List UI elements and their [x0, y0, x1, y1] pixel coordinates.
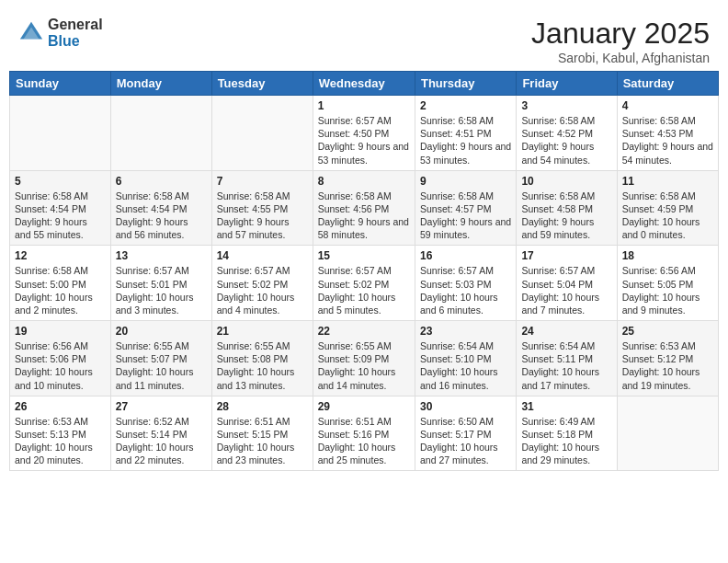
calendar-cell: 1Sunrise: 6:57 AM Sunset: 4:50 PM Daylig…: [313, 96, 415, 171]
day-info: Sunrise: 6:54 AM Sunset: 5:11 PM Dayligh…: [521, 339, 611, 392]
day-info: Sunrise: 6:58 AM Sunset: 4:56 PM Dayligh…: [318, 190, 410, 242]
day-info: Sunrise: 6:51 AM Sunset: 5:16 PM Dayligh…: [318, 415, 410, 467]
day-info: Sunrise: 6:53 AM Sunset: 5:13 PM Dayligh…: [15, 415, 106, 467]
calendar-cell: [211, 96, 313, 171]
weekday-header-tuesday: Tuesday: [211, 72, 313, 96]
day-info: Sunrise: 6:58 AM Sunset: 4:51 PM Dayligh…: [420, 114, 511, 167]
day-info: Sunrise: 6:58 AM Sunset: 4:52 PM Dayligh…: [521, 114, 611, 167]
calendar-week-row: 12Sunrise: 6:58 AM Sunset: 5:00 PM Dayli…: [10, 246, 719, 321]
weekday-header-wednesday: Wednesday: [313, 72, 415, 96]
logo-icon: [18, 20, 44, 46]
day-number: 17: [521, 249, 611, 262]
calendar-cell: 18Sunrise: 6:56 AM Sunset: 5:05 PM Dayli…: [617, 246, 718, 321]
day-number: 2: [420, 99, 511, 112]
weekday-header-thursday: Thursday: [415, 72, 516, 96]
day-info: Sunrise: 6:54 AM Sunset: 5:10 PM Dayligh…: [420, 339, 511, 392]
day-info: Sunrise: 6:57 AM Sunset: 5:04 PM Dayligh…: [521, 264, 611, 316]
day-info: Sunrise: 6:58 AM Sunset: 4:54 PM Dayligh…: [15, 190, 106, 242]
calendar-cell: 4Sunrise: 6:58 AM Sunset: 4:53 PM Daylig…: [617, 96, 718, 171]
day-number: 22: [318, 325, 410, 338]
calendar-cell: 25Sunrise: 6:53 AM Sunset: 5:12 PM Dayli…: [617, 321, 718, 396]
day-number: 28: [217, 400, 308, 413]
day-number: 18: [622, 249, 713, 262]
day-info: Sunrise: 6:58 AM Sunset: 4:58 PM Dayligh…: [521, 190, 611, 242]
day-info: Sunrise: 6:58 AM Sunset: 4:53 PM Dayligh…: [622, 114, 713, 167]
day-number: 25: [622, 325, 713, 338]
calendar-cell: 31Sunrise: 6:49 AM Sunset: 5:18 PM Dayli…: [517, 396, 617, 471]
calendar-cell: 10Sunrise: 6:58 AM Sunset: 4:58 PM Dayli…: [517, 170, 617, 246]
calendar-cell: 8Sunrise: 6:58 AM Sunset: 4:56 PM Daylig…: [313, 170, 415, 246]
logo-blue-text: Blue: [48, 33, 103, 50]
day-number: 16: [420, 249, 511, 262]
title-block: January 2025 Sarobi, Kabul, Afghanistan: [531, 17, 710, 65]
day-info: Sunrise: 6:56 AM Sunset: 5:05 PM Dayligh…: [622, 264, 713, 316]
logo-general-text: General: [48, 17, 103, 33]
day-number: 12: [15, 249, 106, 262]
calendar-cell: 12Sunrise: 6:58 AM Sunset: 5:00 PM Dayli…: [10, 246, 111, 321]
day-number: 9: [420, 175, 511, 188]
page-header: General Blue January 2025 Sarobi, Kabul,…: [9, 9, 719, 71]
day-number: 19: [15, 325, 106, 338]
day-info: Sunrise: 6:58 AM Sunset: 4:57 PM Dayligh…: [420, 190, 511, 242]
logo-text: General Blue: [48, 17, 103, 49]
day-number: 30: [420, 400, 511, 413]
calendar-table: SundayMondayTuesdayWednesdayThursdayFrid…: [9, 71, 719, 471]
calendar-week-row: 1Sunrise: 6:57 AM Sunset: 4:50 PM Daylig…: [10, 96, 719, 171]
calendar-cell: 6Sunrise: 6:58 AM Sunset: 4:54 PM Daylig…: [110, 170, 211, 246]
day-info: Sunrise: 6:55 AM Sunset: 5:09 PM Dayligh…: [318, 339, 410, 392]
day-info: Sunrise: 6:57 AM Sunset: 5:01 PM Dayligh…: [116, 264, 207, 316]
calendar-cell: 22Sunrise: 6:55 AM Sunset: 5:09 PM Dayli…: [313, 321, 415, 396]
calendar-cell: 28Sunrise: 6:51 AM Sunset: 5:15 PM Dayli…: [211, 396, 313, 471]
calendar-cell: 23Sunrise: 6:54 AM Sunset: 5:10 PM Dayli…: [415, 321, 516, 396]
day-number: 10: [521, 175, 611, 188]
calendar-cell: 27Sunrise: 6:52 AM Sunset: 5:14 PM Dayli…: [110, 396, 211, 471]
weekday-header-row: SundayMondayTuesdayWednesdayThursdayFrid…: [10, 72, 719, 96]
day-number: 4: [622, 99, 713, 112]
calendar-week-row: 5Sunrise: 6:58 AM Sunset: 4:54 PM Daylig…: [10, 170, 719, 246]
day-info: Sunrise: 6:57 AM Sunset: 5:02 PM Dayligh…: [318, 264, 410, 316]
weekday-header-monday: Monday: [110, 72, 211, 96]
day-number: 11: [622, 175, 713, 188]
calendar-cell: 16Sunrise: 6:57 AM Sunset: 5:03 PM Dayli…: [415, 246, 516, 321]
day-number: 3: [521, 99, 611, 112]
calendar-week-row: 26Sunrise: 6:53 AM Sunset: 5:13 PM Dayli…: [10, 396, 719, 471]
day-info: Sunrise: 6:49 AM Sunset: 5:18 PM Dayligh…: [521, 415, 611, 467]
day-info: Sunrise: 6:53 AM Sunset: 5:12 PM Dayligh…: [622, 339, 713, 392]
day-number: 29: [318, 400, 410, 413]
calendar-cell: [617, 396, 718, 471]
calendar-title: January 2025: [531, 17, 710, 51]
calendar-cell: 20Sunrise: 6:55 AM Sunset: 5:07 PM Dayli…: [110, 321, 211, 396]
day-number: 26: [15, 400, 106, 413]
logo: General Blue: [18, 17, 103, 49]
day-info: Sunrise: 6:57 AM Sunset: 5:02 PM Dayligh…: [217, 264, 308, 316]
day-info: Sunrise: 6:58 AM Sunset: 5:00 PM Dayligh…: [15, 264, 106, 316]
day-info: Sunrise: 6:58 AM Sunset: 4:54 PM Dayligh…: [116, 190, 207, 242]
day-info: Sunrise: 6:50 AM Sunset: 5:17 PM Dayligh…: [420, 415, 511, 467]
day-number: 21: [217, 325, 308, 338]
day-info: Sunrise: 6:55 AM Sunset: 5:08 PM Dayligh…: [217, 339, 308, 392]
day-info: Sunrise: 6:52 AM Sunset: 5:14 PM Dayligh…: [116, 415, 207, 467]
day-number: 20: [116, 325, 207, 338]
day-info: Sunrise: 6:58 AM Sunset: 4:55 PM Dayligh…: [217, 190, 308, 242]
day-info: Sunrise: 6:51 AM Sunset: 5:15 PM Dayligh…: [217, 415, 308, 467]
day-number: 23: [420, 325, 511, 338]
calendar-cell: 21Sunrise: 6:55 AM Sunset: 5:08 PM Dayli…: [211, 321, 313, 396]
calendar-cell: 17Sunrise: 6:57 AM Sunset: 5:04 PM Dayli…: [517, 246, 617, 321]
calendar-cell: 19Sunrise: 6:56 AM Sunset: 5:06 PM Dayli…: [10, 321, 111, 396]
calendar-subtitle: Sarobi, Kabul, Afghanistan: [531, 51, 710, 65]
day-number: 27: [116, 400, 207, 413]
calendar-cell: 5Sunrise: 6:58 AM Sunset: 4:54 PM Daylig…: [10, 170, 111, 246]
calendar-cell: 24Sunrise: 6:54 AM Sunset: 5:11 PM Dayli…: [517, 321, 617, 396]
day-number: 31: [521, 400, 611, 413]
day-number: 5: [15, 175, 106, 188]
day-number: 24: [521, 325, 611, 338]
calendar-cell: 9Sunrise: 6:58 AM Sunset: 4:57 PM Daylig…: [415, 170, 516, 246]
day-number: 7: [217, 175, 308, 188]
weekday-header-saturday: Saturday: [617, 72, 718, 96]
calendar-cell: 2Sunrise: 6:58 AM Sunset: 4:51 PM Daylig…: [415, 96, 516, 171]
calendar-cell: 13Sunrise: 6:57 AM Sunset: 5:01 PM Dayli…: [110, 246, 211, 321]
calendar-week-row: 19Sunrise: 6:56 AM Sunset: 5:06 PM Dayli…: [10, 321, 719, 396]
calendar-cell: 15Sunrise: 6:57 AM Sunset: 5:02 PM Dayli…: [313, 246, 415, 321]
calendar-cell: [110, 96, 211, 171]
day-number: 1: [318, 99, 410, 112]
